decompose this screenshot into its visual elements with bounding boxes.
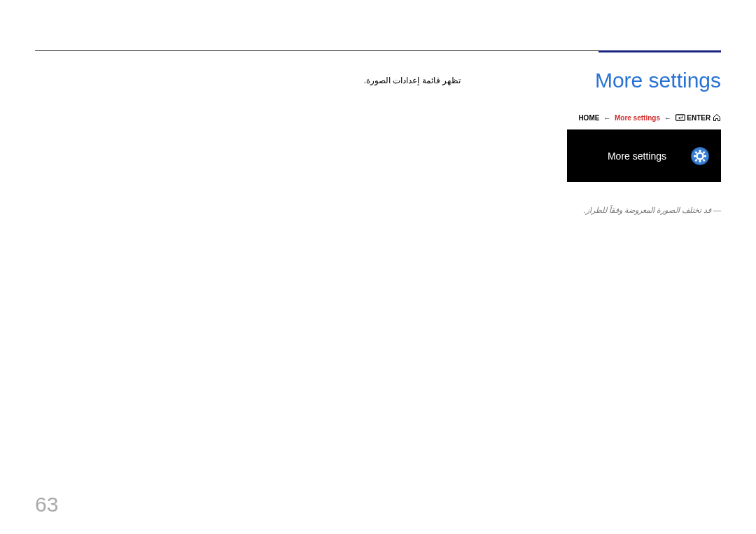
breadcrumb: HOME ← More settings ← ENTER <box>578 113 721 123</box>
svg-rect-0 <box>676 115 685 120</box>
home-icon <box>713 113 721 123</box>
more-settings-panel[interactable]: More settings <box>567 129 721 182</box>
more-settings-panel-label: More settings <box>578 150 675 162</box>
breadcrumb-home-label: HOME <box>578 114 599 122</box>
page-number: 63 <box>35 493 58 517</box>
svg-rect-7 <box>704 155 707 157</box>
model-note: ― قد تختلف الصورة المعروضة وفقاً للطراز. <box>584 206 721 215</box>
page-container: More settings HOME ← More settings ← ENT… <box>0 0 756 534</box>
gear-icon <box>690 146 710 166</box>
breadcrumb-enter-label: ENTER <box>687 114 710 122</box>
svg-rect-4 <box>699 150 701 153</box>
top-rule-accent <box>598 50 721 52</box>
section-title: More settings <box>595 69 721 92</box>
arrow-left-icon: ← <box>603 114 610 122</box>
description-text: تظهر قائمة إعدادات الصورة. <box>41 76 461 85</box>
svg-rect-6 <box>694 155 696 157</box>
arrow-left-icon: ← <box>664 114 671 122</box>
svg-rect-5 <box>699 160 701 162</box>
enter-icon <box>676 114 685 122</box>
breadcrumb-more-settings-label: More settings <box>615 114 660 122</box>
